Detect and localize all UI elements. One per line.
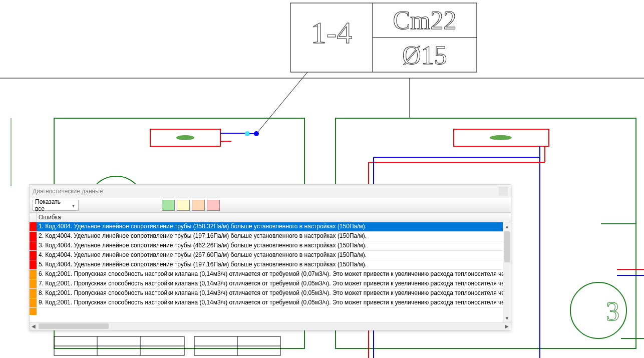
severity-cell: [30, 251, 37, 260]
table-row[interactable]: 8. Код:2001. Пропускная способность наст…: [30, 289, 503, 298]
svg-line-5: [256, 72, 307, 134]
severity-cell: [30, 232, 37, 241]
grid-header: Ошибка: [30, 213, 511, 222]
error-text: 3. Код:4004. Удельное линейное сопротивл…: [37, 241, 503, 250]
severity-legend: [162, 200, 220, 211]
svg-rect-32: [54, 336, 184, 355]
error-text: 9. Код:2001. Пропускная способность наст…: [37, 298, 503, 307]
diagnostics-toolbar: Показать все ▾: [30, 198, 511, 213]
vertical-scrollbar[interactable]: ▲ ▼: [503, 222, 511, 322]
filter-select[interactable]: Показать все ▾: [33, 200, 79, 211]
legend-swatch-green[interactable]: [162, 200, 175, 211]
diagnostics-titlebar[interactable]: Диагностические данные ×: [30, 185, 511, 198]
error-text: 4. Код:4004. Удельное линейное сопротивл…: [37, 251, 503, 260]
error-text: 8. Код:2001. Пропускная способность наст…: [37, 289, 503, 298]
legend-swatch-pink[interactable]: [207, 200, 220, 211]
table-row[interactable]: 2. Код:4004. Удельное линейное сопротивл…: [30, 232, 503, 241]
table-row[interactable]: 3. Код:4004. Удельное линейное сопротивл…: [30, 241, 503, 251]
svg-point-30: [570, 282, 626, 338]
severity-cell: [30, 298, 37, 307]
severity-cell: [30, 241, 37, 250]
error-text: 6. Код:2001. Пропускная способность наст…: [37, 270, 503, 279]
table-row[interactable]: 5. Код:4004. Удельное линейное сопротивл…: [30, 260, 503, 270]
severity-cell: [30, 222, 37, 231]
table-row[interactable]: 7. Код:2001. Пропускная способность наст…: [30, 279, 503, 289]
diagnostics-window[interactable]: Диагностические данные × Показать все ▾ …: [29, 184, 511, 330]
legend-swatch-orange[interactable]: [192, 200, 205, 211]
svg-point-20: [490, 135, 512, 140]
error-text: 2. Код:4004. Удельное линейное сопротивл…: [37, 232, 503, 241]
severity-cell: [30, 260, 37, 269]
chevron-down-icon: ▾: [70, 202, 77, 209]
svg-rect-2: [290, 3, 477, 72]
severity-cell: [30, 270, 37, 279]
diagnostics-title: Диагностические данные: [33, 188, 499, 195]
filter-select-value: Показать все: [35, 198, 69, 212]
table-row[interactable]: [30, 308, 503, 315]
svg-point-17: [254, 131, 259, 136]
scroll-thumb[interactable]: [504, 231, 510, 262]
scroll-left-icon[interactable]: ◀: [30, 322, 38, 330]
svg-point-12: [176, 135, 194, 140]
severity-cell: [30, 289, 37, 298]
scroll-up-icon[interactable]: ▲: [503, 222, 511, 230]
svg-rect-36: [194, 336, 280, 355]
close-icon[interactable]: ×: [499, 187, 508, 196]
diagnostics-grid: Ошибка 1. Код:4004. Удельное линейное со…: [30, 213, 511, 330]
table-row[interactable]: 9. Код:2001. Пропускная способность наст…: [30, 298, 503, 308]
scroll-down-icon[interactable]: ▼: [503, 314, 511, 322]
callout-right-top: Cm22: [393, 6, 456, 35]
table-row[interactable]: 4. Код:4004. Удельное линейное сопротивл…: [30, 251, 503, 260]
svg-text:3: 3: [606, 296, 619, 326]
callout-right-bottom: Ø15: [402, 41, 447, 70]
error-text: [37, 308, 503, 315]
error-text: 5. Код:4004. Удельное линейное сопротивл…: [37, 260, 503, 269]
severity-cell: [30, 279, 37, 288]
svg-rect-19: [454, 129, 549, 146]
severity-cell: [30, 308, 37, 315]
table-row[interactable]: 1. Код:4004. Удельное линейное сопротивл…: [30, 222, 503, 232]
horizontal-scrollbar[interactable]: ◀ ▶: [30, 322, 511, 330]
error-text: 1. Код:4004. Удельное линейное сопротивл…: [37, 222, 503, 231]
svg-rect-11: [150, 129, 220, 146]
table-row[interactable]: 6. Код:2001. Пропускная способность наст…: [30, 270, 503, 279]
hscroll-thumb[interactable]: [39, 323, 109, 329]
scroll-right-icon[interactable]: ▶: [503, 322, 511, 330]
error-text: 7. Код:2001. Пропускная способность наст…: [37, 279, 503, 288]
legend-swatch-yellow[interactable]: [177, 200, 190, 211]
svg-point-16: [245, 131, 250, 136]
callout-left: 1-4: [311, 16, 353, 50]
grid-column-error[interactable]: Ошибка: [37, 213, 511, 222]
